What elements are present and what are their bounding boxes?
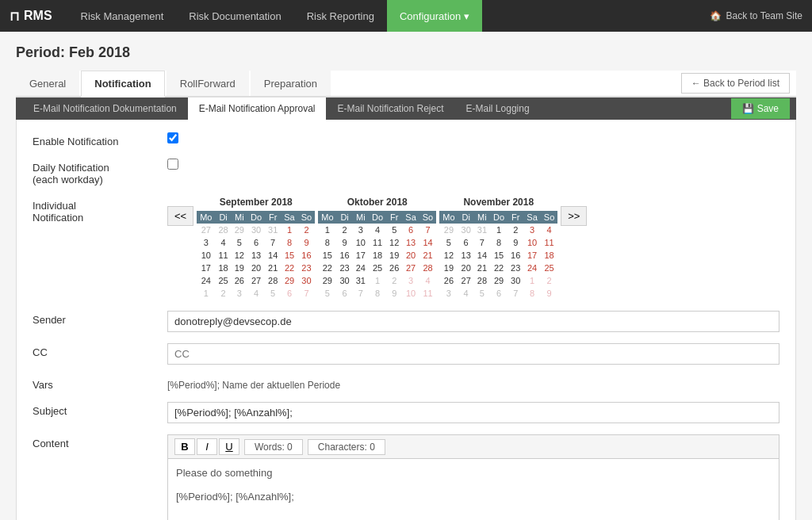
table-row[interactable]: 11 — [419, 287, 436, 300]
table-row[interactable]: 8 — [281, 236, 297, 249]
table-row[interactable]: 9 — [508, 236, 523, 249]
enable-notification-checkbox[interactable] — [167, 132, 178, 143]
table-row[interactable]: 31 — [353, 274, 369, 287]
table-row[interactable]: 6 — [402, 224, 419, 236]
table-row[interactable]: 22 — [490, 262, 508, 274]
table-row[interactable]: 2 — [541, 274, 557, 287]
table-row[interactable]: 20 — [247, 262, 265, 274]
back-to-team-site-link[interactable]: 🏠 Back to Team Site — [710, 10, 803, 21]
table-row[interactable]: 31 — [474, 224, 490, 236]
table-row[interactable]: 12 — [439, 249, 458, 262]
table-row[interactable]: 15 — [318, 249, 336, 262]
table-row[interactable]: 13 — [458, 249, 474, 262]
table-row[interactable]: 7 — [298, 287, 315, 300]
table-row[interactable]: 3 — [402, 274, 419, 287]
table-row[interactable]: 1 — [523, 274, 540, 287]
table-row[interactable]: 26 — [232, 274, 247, 287]
table-row[interactable]: 26 — [439, 274, 458, 287]
table-row[interactable]: 16 — [337, 249, 353, 262]
table-row[interactable]: 9 — [541, 287, 557, 300]
table-row[interactable]: 9 — [386, 287, 402, 300]
tab-preparation[interactable]: Preparation — [251, 71, 331, 96]
table-row[interactable]: 29 — [439, 224, 458, 236]
table-row[interactable]: 30 — [247, 224, 265, 236]
table-row[interactable]: 19 — [232, 262, 247, 274]
table-row[interactable]: 30 — [337, 274, 353, 287]
table-row[interactable]: 10 — [197, 249, 215, 262]
subject-input[interactable] — [167, 402, 779, 423]
calendar-prev-button[interactable]: << — [167, 206, 193, 226]
table-row[interactable]: 24 — [353, 262, 369, 274]
table-row[interactable]: 9 — [337, 236, 353, 249]
table-row[interactable]: 28 — [474, 274, 490, 287]
table-row[interactable]: 24 — [523, 262, 540, 274]
nav-risk-documentation[interactable]: Risk Documentation — [176, 0, 293, 32]
table-row[interactable]: 8 — [369, 287, 386, 300]
table-row[interactable]: 6 — [281, 287, 297, 300]
nav-risk-management[interactable]: Risk Management — [68, 0, 177, 32]
table-row[interactable]: 15 — [281, 249, 297, 262]
table-row[interactable]: 13 — [247, 249, 265, 262]
table-row[interactable]: 25 — [215, 274, 231, 287]
table-row[interactable]: 27 — [458, 274, 474, 287]
table-row[interactable]: 8 — [318, 236, 336, 249]
table-row[interactable]: 19 — [386, 249, 402, 262]
table-row[interactable]: 5 — [232, 236, 247, 249]
table-row[interactable]: 17 — [197, 262, 215, 274]
table-row[interactable]: 25 — [369, 262, 386, 274]
table-row[interactable]: 21 — [419, 249, 436, 262]
table-row[interactable]: 11 — [215, 249, 231, 262]
table-row[interactable]: 7 — [353, 287, 369, 300]
table-row[interactable]: 11 — [369, 236, 386, 249]
table-row[interactable]: 21 — [474, 262, 490, 274]
table-row[interactable]: 4 — [419, 274, 436, 287]
table-row[interactable]: 14 — [419, 236, 436, 249]
table-row[interactable]: 1 — [318, 224, 336, 236]
table-row[interactable]: 16 — [508, 249, 523, 262]
table-row[interactable]: 9 — [298, 236, 315, 249]
table-row[interactable]: 10 — [523, 236, 540, 249]
table-row[interactable]: 7 — [474, 236, 490, 249]
table-row[interactable]: 18 — [369, 249, 386, 262]
sub-tab-email-reject[interactable]: E-Mail Notification Reject — [326, 98, 454, 120]
table-row[interactable]: 2 — [508, 224, 523, 236]
table-row[interactable]: 13 — [402, 236, 419, 249]
table-row[interactable]: 21 — [265, 262, 281, 274]
table-row[interactable]: 3 — [523, 224, 540, 236]
table-row[interactable]: 4 — [215, 236, 231, 249]
table-row[interactable]: 10 — [353, 236, 369, 249]
table-row[interactable]: 16 — [298, 249, 315, 262]
table-row[interactable]: 11 — [541, 236, 557, 249]
back-to-period-list-button[interactable]: ← Back to Period list — [681, 73, 790, 94]
nav-risk-reporting[interactable]: Risk Reporting — [294, 0, 387, 32]
table-row[interactable]: 25 — [541, 262, 557, 274]
table-row[interactable]: 3 — [232, 287, 247, 300]
table-row[interactable]: 6 — [458, 236, 474, 249]
table-row[interactable]: 5 — [474, 287, 490, 300]
editor-content-area[interactable]: Please do something [%Period%]; [%Anzahl… — [167, 458, 779, 520]
table-row[interactable]: 14 — [474, 249, 490, 262]
table-row[interactable]: 27 — [247, 274, 265, 287]
table-row[interactable]: 22 — [318, 262, 336, 274]
table-row[interactable]: 19 — [439, 262, 458, 274]
table-row[interactable]: 12 — [386, 236, 402, 249]
table-row[interactable]: 6 — [337, 287, 353, 300]
daily-notification-checkbox[interactable] — [167, 159, 178, 170]
table-row[interactable]: 28 — [265, 274, 281, 287]
table-row[interactable]: 23 — [337, 262, 353, 274]
sender-input[interactable] — [167, 311, 779, 332]
table-row[interactable]: 5 — [439, 236, 458, 249]
table-row[interactable]: 5 — [318, 287, 336, 300]
table-row[interactable]: 14 — [265, 249, 281, 262]
table-row[interactable]: 20 — [402, 249, 419, 262]
table-row[interactable]: 29 — [281, 274, 297, 287]
table-row[interactable]: 23 — [298, 262, 315, 274]
table-row[interactable]: 4 — [247, 287, 265, 300]
table-row[interactable]: 29 — [318, 274, 336, 287]
table-row[interactable]: 4 — [369, 224, 386, 236]
table-row[interactable]: 28 — [419, 262, 436, 274]
table-row[interactable]: 1 — [197, 287, 215, 300]
sub-tab-email-doc[interactable]: E-Mail Notification Dokumentation — [22, 98, 188, 120]
table-row[interactable]: 29 — [232, 224, 247, 236]
table-row[interactable]: 2 — [337, 224, 353, 236]
